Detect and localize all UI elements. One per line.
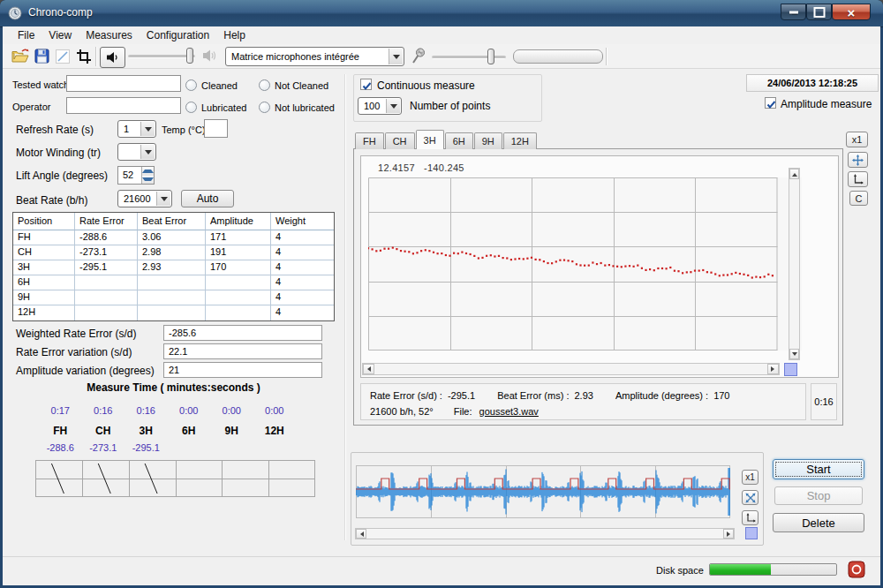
scroll-right-button[interactable] [767,364,779,374]
motor-winding-label: Motor Winding (tr) [16,147,101,159]
wave-zoom-extents-button[interactable] [742,490,758,505]
measure-column-12h: 0:0012H [253,405,297,456]
column-header-weight: Weight [271,213,334,230]
result-cell [138,290,206,305]
audio-device-select[interactable]: Matrice microphones intégrée [225,47,404,66]
tab-fh[interactable]: FH [355,132,384,149]
audio-device-dropdown-arrow[interactable] [389,49,403,64]
beat-rate-dropdown-arrow[interactable] [156,192,170,206]
beat-rate-select[interactable]: 21600 [117,190,172,207]
amplitude-measure-checkbox[interactable] [765,97,776,109]
tab-3h[interactable]: 3H [416,130,444,149]
maximize-button[interactable] [806,4,832,20]
measure-column-ch: 0:16CH-273.1 [82,405,125,456]
close-button[interactable]: × [832,4,871,20]
record-power-button[interactable] [848,561,865,578]
measure-time-value: 0:00 [168,405,211,423]
results-row-9h[interactable]: 9H4 [13,290,334,305]
tab-ch[interactable]: CH [385,132,415,149]
menu-item-configuration[interactable]: Configuration [140,27,216,43]
title-bar[interactable]: Chrono-comp × [0,0,883,27]
result-cell: 4 [271,305,334,320]
scroll-right-button[interactable] [723,529,734,539]
results-row-fh[interactable]: FH-288.63.061714 [13,230,334,245]
chart-vertical-scrollbar[interactable] [789,168,800,360]
speaker-muted-icon[interactable] [202,49,218,63]
cleaned-radio[interactable] [185,79,197,91]
microphone-icon[interactable] [411,48,426,65]
datetime-display: 24/06/2013 12:18:25 [746,74,879,92]
wave-corner-button[interactable] [745,527,758,539]
line-tool-icon[interactable] [56,49,70,64]
wave-horizontal-scrollbar[interactable] [355,528,735,539]
results-row-12h[interactable]: 12H4 [13,305,334,320]
continuous-measure-checkbox[interactable] [360,79,372,90]
not-cleaned-radio[interactable] [259,79,270,91]
cleaned-label: Cleaned [201,80,238,91]
results-row-3h[interactable]: 3H-295.12.931704 [13,260,334,275]
chart-pan-button[interactable] [848,152,868,168]
lubricated-radio[interactable] [185,102,197,113]
results-row-ch[interactable]: CH-273.12.981914 [13,245,334,260]
results-row-6h[interactable]: 6H4 [13,275,334,290]
measure-rate-value [210,442,253,456]
delete-button[interactable]: Delete [773,513,864,532]
temp-input[interactable] [204,119,228,138]
maximize-icon [813,7,825,18]
input-gain-slider-thumb[interactable] [487,49,494,64]
crop-icon[interactable] [76,49,92,64]
result-cell: 4 [271,230,334,245]
start-button[interactable]: Start [773,459,864,479]
lift-angle-up-button[interactable] [142,167,154,176]
menu-item-view[interactable]: View [42,27,79,43]
tested-watch-input[interactable] [66,75,181,92]
tab-6h[interactable]: 6H [445,132,473,149]
input-gain-slider-track[interactable] [432,56,506,59]
file-link[interactable]: gousset3.wav [479,406,539,417]
volume-slider-thumb[interactable] [186,48,193,64]
minimize-button[interactable] [781,4,806,20]
not-lubricated-radio[interactable] [259,102,270,113]
measure-time-value: 0:00 [210,405,253,423]
motor-winding-select[interactable] [117,143,156,161]
menu-item-file[interactable]: File [11,27,42,43]
measure-position-label: 12H [253,423,297,442]
open-file-icon[interactable] [11,48,30,64]
scroll-left-button[interactable] [356,529,366,539]
stop-button[interactable]: Stop [774,486,863,505]
save-icon[interactable] [34,49,49,64]
refresh-rate-dropdown-arrow[interactable] [140,122,155,136]
tab-12h[interactable]: 12H [503,132,537,149]
chart-horizontal-scrollbar[interactable] [362,363,780,375]
speaker-icon [106,51,119,64]
refresh-rate-select[interactable]: 1 [117,120,156,138]
wave-axes-button[interactable] [742,510,758,525]
lift-angle-spinner[interactable]: 52 [117,166,155,185]
points-dropdown-arrow[interactable] [386,99,400,113]
points-label: Number of points [410,100,490,112]
scroll-down-button[interactable] [789,349,799,359]
app-icon [8,6,22,20]
result-cell: -288.6 [75,230,138,245]
operator-input[interactable] [66,97,181,114]
auto-button[interactable]: Auto [181,190,234,207]
tab-9h[interactable]: 9H [474,132,502,149]
chart-zoom-x1-button[interactable]: x1 [846,132,868,147]
cursor-x-value: 12.4157 [378,162,415,173]
chart-axes-button[interactable] [848,171,868,187]
menu-item-measures[interactable]: Measures [79,27,140,43]
scroll-up-button[interactable] [789,169,799,179]
lift-angle-down-button[interactable] [142,176,154,185]
wave-zoom-x1-button[interactable]: x1 [742,470,758,485]
scroll-left-button[interactable] [363,364,374,374]
speaker-toggle-button[interactable] [100,47,125,68]
menu-item-help[interactable]: Help [216,27,253,43]
points-select[interactable]: 100 [358,97,402,115]
motor-winding-dropdown-arrow[interactable] [140,145,155,159]
result-cell: 9H [13,290,75,305]
chart-corner-button[interactable] [784,363,797,376]
volume-slider-track[interactable] [128,55,195,58]
check-icon [361,80,373,92]
measure-rate-value: -288.6 [39,442,82,456]
chart-clear-button[interactable]: C [849,191,868,206]
